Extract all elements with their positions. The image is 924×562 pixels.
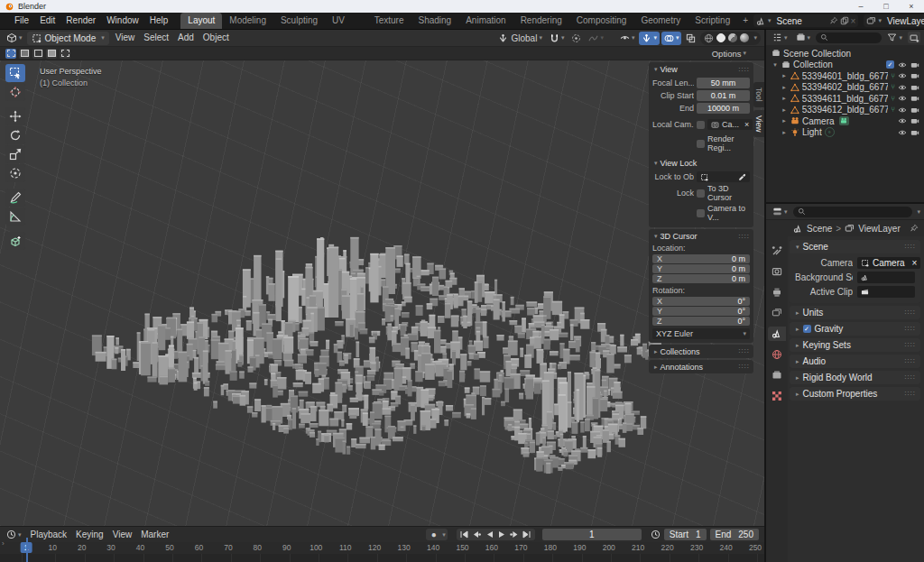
lock-to-object-field[interactable] [697, 171, 750, 182]
render-visibility-icon[interactable] [910, 106, 919, 115]
topbar-menu-item[interactable]: Window [101, 13, 144, 29]
workspace-tab[interactable]: UV Editing [325, 13, 367, 29]
cursor-location-field[interactable]: X0 m [652, 254, 750, 263]
auto-key-record-button[interactable]: ● [428, 530, 439, 539]
prev-keyframe-button[interactable] [471, 530, 483, 539]
cursor-panel-header[interactable]: ▾3D Cursor∷∷ [652, 231, 750, 243]
render-visibility-icon[interactable] [910, 71, 919, 80]
timeline-menu-item[interactable]: Keying [71, 527, 108, 543]
display-mode-dropdown[interactable]: ▾ [793, 31, 814, 44]
local-camera-field[interactable]: Ca...× [707, 119, 753, 130]
view-layer-selector[interactable]: ▾ ViewLayer × [864, 14, 924, 27]
focal-length-field[interactable]: 50 mm [697, 78, 750, 88]
proportional-edit-button[interactable] [568, 32, 584, 45]
tab-output-properties[interactable] [768, 285, 786, 299]
render-visibility-icon[interactable] [910, 60, 919, 69]
scene-selector[interactable]: ▾ Scene × [753, 14, 858, 27]
frame-end-field[interactable]: End250 [710, 529, 759, 540]
scale-tool[interactable] [5, 145, 25, 163]
timeline-editor-type-button[interactable]: ▾ [4, 528, 24, 541]
editor-type-button[interactable]: ▾ [4, 32, 25, 45]
tab-tool[interactable]: Tool [753, 82, 764, 107]
timeline-track[interactable] [0, 554, 764, 562]
lock-3d-cursor-checkbox[interactable] [697, 189, 705, 198]
collection-checkbox[interactable]: ✓ [886, 60, 894, 69]
view-layer-name[interactable]: ViewLayer [882, 16, 924, 26]
outliner-object-row[interactable]: ▸ 53394602_bldg_6677 ⑂ [781, 82, 922, 94]
viewport-menu-item[interactable]: Add [173, 30, 199, 46]
tab-view-layer-properties[interactable] [768, 306, 786, 320]
frame-start-field[interactable]: Start1 [664, 529, 707, 540]
viewport-menu-item[interactable]: Select [139, 30, 173, 46]
shading-dropdown[interactable]: ▾ [753, 34, 757, 41]
tab-scene-properties[interactable] [768, 327, 786, 341]
topbar-menu-item[interactable]: File [9, 13, 34, 29]
timeline-menu-item[interactable]: Playback [26, 527, 72, 543]
background-scene-field[interactable] [857, 272, 915, 283]
hide-eye-icon[interactable] [898, 60, 907, 69]
eyedropper-icon[interactable] [738, 173, 746, 181]
properties-editor-type-button[interactable]: ▾ [770, 205, 790, 218]
collapsed-panel[interactable]: ▸Custom Properties∷∷ [790, 387, 920, 401]
workspace-tab[interactable]: Modeling [222, 13, 273, 29]
options-dropdown[interactable]: Options▾ [712, 49, 759, 59]
hide-eye-icon[interactable] [898, 128, 907, 137]
show-overlays-toggle[interactable]: ▾ [661, 32, 682, 45]
next-keyframe-button[interactable] [509, 530, 521, 539]
outliner-object-row[interactable]: ▸ 53394601_bldg_6677 ⑂ [781, 70, 922, 82]
render-visibility-icon[interactable] [910, 128, 919, 137]
rotation-order-dropdown[interactable]: XYZ Euler▾ [652, 328, 750, 339]
cursor-tool[interactable] [5, 83, 25, 101]
outliner-object-row[interactable]: ▸ 53394612_bldg_6677 ⑂ [781, 105, 922, 116]
new-scene-icon[interactable] [840, 16, 849, 25]
xray-toggle[interactable] [683, 32, 698, 45]
scene-panel-header[interactable]: ▾Scene∷∷ [790, 240, 920, 253]
workspace-tab[interactable]: Sculpting [273, 13, 325, 29]
annotate-tool[interactable] [5, 189, 25, 207]
tab-tool-properties[interactable] [768, 244, 786, 258]
cursor-location-field[interactable]: Z0 m [652, 274, 750, 283]
tab-world-properties[interactable] [768, 347, 786, 362]
tab-object-properties[interactable] [768, 368, 786, 382]
workspace-tab[interactable]: Compositing [569, 13, 634, 29]
topbar-menu-item[interactable]: Render [60, 13, 101, 29]
add-cube-tool[interactable] [5, 232, 25, 250]
tab-texture-properties[interactable] [768, 389, 786, 403]
properties-options-dropdown[interactable]: ▾ [917, 208, 920, 216]
collapsed-panel[interactable]: ▸Units∷∷ [790, 306, 920, 319]
close-button[interactable]: × [899, 0, 924, 13]
clip-end-field[interactable]: 10000 m [697, 103, 750, 114]
outliner-search-input[interactable] [816, 32, 882, 43]
scene-collection-row[interactable]: Scene Collection [772, 48, 922, 60]
topbar-menu-item[interactable]: Help [144, 13, 174, 29]
proportional-falloff-button[interactable]: ▾ [586, 32, 606, 45]
viewport-3d[interactable]: User Perspective (1) Collection [0, 60, 764, 526]
timeline-ruler[interactable]: 1102030405060708090100110120130140150160… [0, 542, 764, 554]
object-visibility-dropdown[interactable]: ▾ [617, 32, 638, 45]
jump-to-start-button[interactable] [458, 530, 470, 539]
select-mode-set[interactable] [5, 49, 16, 59]
wireframe-shading-icon[interactable] [704, 33, 714, 43]
new-collection-button[interactable] [908, 32, 920, 43]
add-workspace-button[interactable]: + [737, 13, 753, 29]
tab-view[interactable]: View [753, 110, 764, 137]
collapsed-panel-header[interactable]: ▸Annotations∷∷ [649, 360, 753, 373]
cursor-rotation-field[interactable]: Y0° [652, 307, 750, 316]
workspace-tab[interactable]: Geometry Nodes [633, 13, 688, 29]
maximize-button[interactable]: □ [873, 0, 899, 13]
hide-eye-icon[interactable] [898, 94, 907, 103]
measure-tool[interactable] [5, 207, 25, 226]
collapsed-panel[interactable]: ▸Keying Sets∷∷ [790, 338, 920, 352]
material-shading-icon[interactable] [728, 33, 737, 42]
current-frame-field[interactable]: 1 [542, 529, 642, 540]
select-mode-invert[interactable] [46, 49, 57, 59]
collapsed-panel[interactable]: ▸✓Gravity∷∷ [790, 322, 920, 336]
view-lock-header[interactable]: ▾View Lock [652, 158, 750, 170]
camera-row[interactable]: ▸ Camera [781, 115, 922, 127]
filter-dropdown[interactable]: ▾ [884, 31, 905, 44]
render-visibility-icon[interactable] [910, 83, 919, 92]
move-tool[interactable] [5, 107, 25, 125]
cursor-rotation-field[interactable]: X0° [652, 297, 750, 306]
timeline-menu-item[interactable]: Marker [136, 527, 173, 543]
view-panel-header[interactable]: ▾View∷∷ [652, 64, 750, 76]
